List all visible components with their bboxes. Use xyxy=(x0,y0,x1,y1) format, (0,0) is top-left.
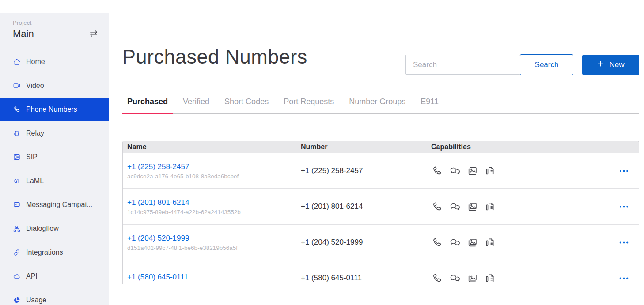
sidebar-nav: HomeVideoPhone NumbersRelaySIPLāMLMessag… xyxy=(0,50,109,305)
column-header-name: Name xyxy=(123,143,296,151)
header-actions: Search New xyxy=(405,54,639,75)
numbers-table-container: Name Number Capabilities +1 (225) 258-24… xyxy=(122,141,639,284)
sitemap-icon xyxy=(13,225,21,233)
tab-short-codes[interactable]: Short Codes xyxy=(220,97,273,113)
cloud-icon xyxy=(13,272,21,280)
sms-icon xyxy=(449,272,461,284)
tab-e911[interactable]: E911 xyxy=(416,97,443,113)
number-name-link[interactable]: +1 (204) 520-1999 xyxy=(127,234,189,243)
voice-icon xyxy=(431,201,443,213)
swap-arrows-icon xyxy=(89,33,98,40)
row-menu-button[interactable] xyxy=(618,239,630,246)
sidebar-item-messaging-campaigns[interactable]: Messaging Campai... xyxy=(0,193,109,217)
row-menu-button[interactable] xyxy=(618,203,630,211)
sidebar-item-label: Usage xyxy=(26,296,46,304)
number-id: 1c14c975-89eb-4474-a22b-62a24143552b xyxy=(127,209,296,215)
sidebar-item-home[interactable]: Home xyxy=(0,50,109,74)
sip-phone-icon xyxy=(13,153,21,161)
menu-cell xyxy=(599,275,639,282)
sidebar-item-laml[interactable]: LāML xyxy=(0,169,109,193)
numbers-table: Name Number Capabilities +1 (225) 258-24… xyxy=(122,141,639,284)
sidebar: Project Main HomeVideoPhone NumbersRelay… xyxy=(0,13,109,305)
table-body: +1 (225) 258-2457ac9dce2a-a176-4e65-b108… xyxy=(123,153,639,284)
sidebar-item-relay[interactable]: Relay xyxy=(0,121,109,145)
chat-bubble-icon xyxy=(13,201,21,209)
page-title: Purchased Numbers xyxy=(122,45,307,68)
number-name-link[interactable]: +1 (225) 258-2457 xyxy=(127,162,189,171)
sidebar-item-integrations[interactable]: Integrations xyxy=(0,241,109,264)
menu-cell xyxy=(599,239,639,246)
sidebar-item-usage[interactable]: Usage xyxy=(0,288,109,305)
sidebar-item-dialogflow[interactable]: Dialogflow xyxy=(0,217,109,241)
sidebar-item-label: SIP xyxy=(26,153,38,161)
mms-icon xyxy=(466,165,478,177)
capabilities-cell xyxy=(427,237,599,249)
chip-icon xyxy=(13,129,21,137)
number-name-link[interactable]: +1 (580) 645-0111 xyxy=(127,273,188,282)
sidebar-item-sip[interactable]: SIP xyxy=(0,145,109,169)
sidebar-item-label: Video xyxy=(26,82,44,90)
new-button-label: New xyxy=(609,60,624,69)
search-button[interactable]: Search xyxy=(520,54,573,75)
row-menu-button[interactable] xyxy=(618,167,630,175)
number-value: +1 (580) 645-0111 xyxy=(296,274,427,282)
capabilities-cell xyxy=(427,165,599,177)
number-value: +1 (204) 520-1999 xyxy=(296,238,427,247)
sidebar-item-label: Home xyxy=(26,58,45,66)
video-icon xyxy=(13,82,21,90)
sidebar-item-label: API xyxy=(26,272,38,280)
voice-icon xyxy=(431,272,443,284)
page-header: Purchased Numbers Search New xyxy=(122,45,639,75)
number-name-link[interactable]: +1 (201) 801-6214 xyxy=(127,198,189,207)
phone-icon xyxy=(13,105,21,113)
project-switcher: Project Main xyxy=(0,13,109,40)
sidebar-item-api[interactable]: API xyxy=(0,264,109,288)
number-value: +1 (225) 258-2457 xyxy=(296,166,427,175)
menu-cell xyxy=(599,203,639,211)
sidebar-item-video[interactable]: Video xyxy=(0,74,109,98)
new-button[interactable]: New xyxy=(582,55,639,75)
app-root: Project Main HomeVideoPhone NumbersRelay… xyxy=(0,0,644,305)
code-icon xyxy=(13,177,21,185)
pie-chart-icon xyxy=(13,296,21,304)
main-content: Purchased Numbers Search New PurchasedVe… xyxy=(109,0,644,305)
mms-icon xyxy=(466,237,478,249)
name-cell: +1 (580) 645-0111 xyxy=(123,273,296,283)
sms-icon xyxy=(449,237,461,249)
table-row: +1 (225) 258-2457ac9dce2a-a176-4e65-b108… xyxy=(123,153,639,189)
sidebar-item-label: Messaging Campai... xyxy=(26,201,92,209)
sidebar-item-label: LāML xyxy=(26,177,44,185)
mms-icon xyxy=(466,201,478,213)
fax-icon xyxy=(484,237,496,249)
row-menu-button[interactable] xyxy=(618,275,630,282)
name-cell: +1 (204) 520-1999d151a402-99c7-48f1-be6b… xyxy=(123,234,296,251)
number-value: +1 (201) 801-6214 xyxy=(296,202,427,211)
plus-icon xyxy=(597,60,604,70)
ellipsis-icon xyxy=(619,241,629,245)
tab-purchased[interactable]: Purchased xyxy=(122,97,173,113)
menu-cell xyxy=(599,167,639,175)
mms-icon xyxy=(466,272,478,284)
ellipsis-icon xyxy=(619,276,629,280)
home-icon xyxy=(13,58,21,66)
tab-verified[interactable]: Verified xyxy=(178,97,214,113)
capabilities-cell xyxy=(427,201,599,213)
tab-bar: PurchasedVerifiedShort CodesPort Request… xyxy=(122,97,639,114)
ellipsis-icon xyxy=(619,205,629,209)
table-row: +1 (580) 645-0111+1 (580) 645-0111 xyxy=(123,260,639,284)
sms-icon xyxy=(449,165,461,177)
tab-port-requests[interactable]: Port Requests xyxy=(279,97,339,113)
ellipsis-icon xyxy=(619,169,629,173)
fax-icon xyxy=(484,201,496,213)
table-header-row: Name Number Capabilities xyxy=(123,141,639,153)
project-switch-button[interactable] xyxy=(88,29,99,39)
tab-number-groups[interactable]: Number Groups xyxy=(344,97,410,113)
fax-icon xyxy=(484,165,496,177)
sidebar-item-label: Integrations xyxy=(26,249,63,256)
sidebar-item-phone-numbers[interactable]: Phone Numbers xyxy=(0,98,109,121)
search-input[interactable] xyxy=(405,55,520,75)
sms-icon xyxy=(449,201,461,213)
table-row: +1 (201) 801-62141c14c975-89eb-4474-a22b… xyxy=(123,189,639,225)
column-header-capabilities: Capabilities xyxy=(427,143,599,151)
voice-icon xyxy=(431,165,443,177)
